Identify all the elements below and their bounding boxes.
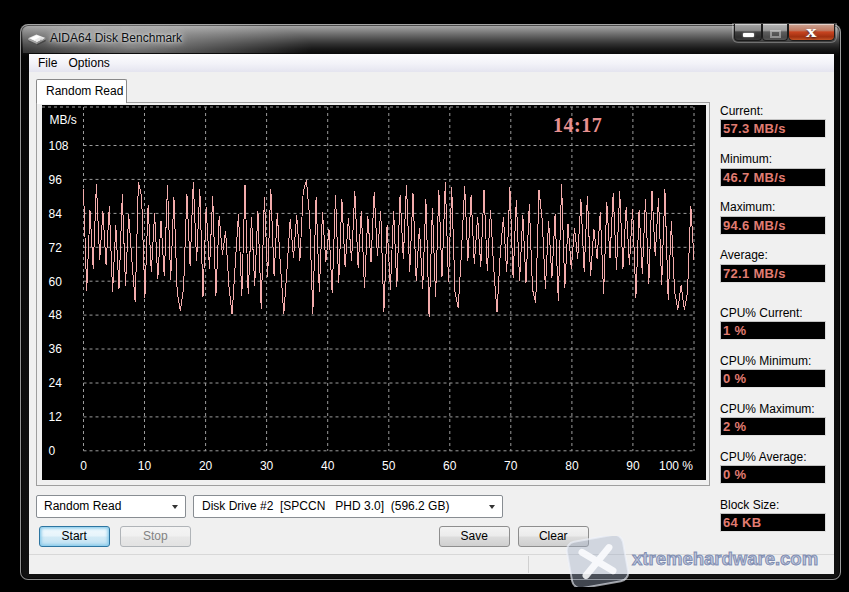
svg-text:100 %: 100 % [659,459,693,473]
svg-text:60: 60 [443,459,457,473]
svg-text:80: 80 [565,459,579,473]
svg-text:40: 40 [321,459,335,473]
svg-text:96: 96 [49,173,63,187]
svg-text:36: 36 [49,342,63,356]
svg-text:24: 24 [49,376,63,390]
svg-text:20: 20 [199,459,213,473]
svg-text:70: 70 [504,459,518,473]
svg-text:10: 10 [138,459,152,473]
svg-text:60: 60 [49,275,63,289]
svg-text:MB/s: MB/s [50,113,77,127]
svg-text:48: 48 [49,308,63,322]
svg-text:50: 50 [382,459,396,473]
svg-text:12: 12 [49,410,63,424]
svg-text:30: 30 [260,459,274,473]
svg-text:108: 108 [49,139,69,153]
svg-text:0: 0 [80,459,87,473]
svg-text:0: 0 [49,444,56,458]
svg-text:90: 90 [626,459,640,473]
svg-text:84: 84 [49,207,63,221]
svg-text:72: 72 [49,241,63,255]
